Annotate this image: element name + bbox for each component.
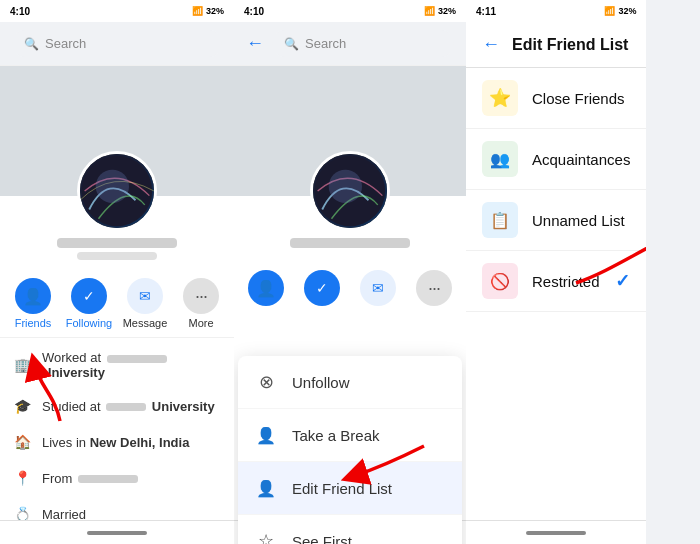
avatar-1: [77, 151, 157, 231]
svg-point-4: [329, 170, 362, 203]
worked-at-row: 🏢 Worked at University: [0, 342, 234, 388]
action-row-2: 👤 ✓ ✉ ···: [234, 260, 466, 314]
back-arrow-2[interactable]: ←: [246, 33, 264, 54]
name-block-1: [57, 238, 177, 248]
battery-icon-2: 32%: [438, 6, 456, 16]
worked-at-text: Worked at University: [42, 350, 222, 380]
lives-in-row: 🏠 Lives in New Delhi, India: [0, 424, 234, 460]
search-input-wrap-2[interactable]: 🔍 Search: [272, 30, 454, 57]
unfollow-icon: ⊗: [254, 370, 278, 394]
following-icon-2: ✓: [304, 270, 340, 306]
unnamed-list-item[interactable]: 📋 Unnamed List: [466, 190, 646, 251]
panel-3-content: ⭐ Close Friends 👥 Acquaintances 📋 Unname…: [466, 68, 646, 544]
more-icon-2: ···: [416, 270, 452, 306]
unfollow-label: Unfollow: [292, 374, 350, 391]
status-left-3: 4:11: [476, 6, 496, 17]
edit-friend-list-item[interactable]: 👤 Edit Friend List: [238, 462, 462, 515]
panel-2: 4:10 📶 32% ← 🔍 Search: [234, 0, 466, 544]
cover-photo-2: [234, 66, 466, 196]
friends-button-2[interactable]: 👤: [242, 270, 290, 306]
more-button[interactable]: ··· More: [177, 278, 225, 329]
home-icon: 🏠: [12, 432, 32, 452]
study-icon: 🎓: [12, 396, 32, 416]
action-row-1: 👤 Friends ✓ Following ✉ Message ··· More: [0, 268, 234, 337]
lives-in-text: Lives in New Delhi, India: [42, 435, 189, 450]
following-button-2[interactable]: ✓: [298, 270, 346, 306]
restricted-check: ✓: [615, 270, 630, 292]
signal-icon-2: 📶: [424, 6, 435, 16]
search-icon-2: 🔍: [284, 37, 299, 51]
close-friends-label: Close Friends: [532, 90, 630, 107]
name-block-2: [290, 238, 410, 248]
message-button[interactable]: ✉ Message: [121, 278, 169, 329]
message-button-2[interactable]: ✉: [354, 270, 402, 306]
search-bar-2[interactable]: ← 🔍 Search: [234, 22, 466, 66]
search-input-wrap-1[interactable]: 🔍 Search: [12, 30, 222, 57]
unfollow-item[interactable]: ⊗ Unfollow: [238, 356, 462, 409]
search-icon-1: 🔍: [24, 37, 39, 51]
status-right-2: 📶 32%: [424, 6, 456, 16]
subname-block-1: [77, 252, 157, 260]
back-arrow-3[interactable]: ←: [482, 34, 500, 55]
bottom-bar-3: [466, 520, 646, 544]
friends-button[interactable]: 👤 Friends: [9, 278, 57, 329]
take-break-icon: 👤: [254, 423, 278, 447]
time-1: 4:10: [10, 6, 30, 17]
time-2: 4:10: [244, 6, 264, 17]
more-label: More: [188, 317, 213, 329]
avatar-inner-1: [80, 154, 154, 228]
status-bar-2: 4:10 📶 32%: [234, 0, 466, 22]
take-break-item[interactable]: 👤 Take a Break: [238, 409, 462, 462]
status-right-1: 📶 32%: [192, 6, 224, 16]
restricted-icon: 🚫: [482, 263, 518, 299]
panel-1: 4:10 📶 32% 🔍 Search: [0, 0, 234, 544]
search-placeholder-1: Search: [45, 36, 86, 51]
see-first-icon: ☆: [254, 529, 278, 544]
profile-details-1: 🏢 Worked at University 🎓 Studied at Univ…: [0, 337, 234, 532]
search-bar-1[interactable]: 🔍 Search: [0, 22, 234, 66]
see-first-item[interactable]: ☆ See First: [238, 515, 462, 544]
more-button-2[interactable]: ···: [410, 270, 458, 306]
take-break-label: Take a Break: [292, 427, 380, 444]
studied-at-row: 🎓 Studied at University: [0, 388, 234, 424]
acquaintances-label: Acquaintances: [532, 151, 630, 168]
acquaintances-item[interactable]: 👥 Acquaintances: [466, 129, 646, 190]
acquaintances-icon: 👥: [482, 141, 518, 177]
profile-info-1: [0, 238, 234, 268]
edit-friend-list-icon: 👤: [254, 476, 278, 500]
message-label: Message: [123, 317, 168, 329]
following-label: Following: [66, 317, 112, 329]
messenger-icon-2: ✉: [360, 270, 396, 306]
panel-2-content: 👤 ✓ ✉ ··· ⊗ Unfollow 👤 Take a Break: [234, 66, 466, 544]
avatar-art-2: [313, 154, 387, 228]
status-bar-3: 4:11 📶 32%: [466, 0, 646, 22]
following-icon: ✓: [71, 278, 107, 314]
friends-icon-2: 👤: [248, 270, 284, 306]
avatar-decoration: [80, 154, 154, 228]
more-icon: ···: [183, 278, 219, 314]
see-first-label: See First: [292, 533, 352, 545]
signal-icon-3: 📶: [604, 6, 615, 16]
close-friends-item[interactable]: ⭐ Close Friends: [466, 68, 646, 129]
signal-icon-1: 📶: [192, 6, 203, 16]
work-icon: 🏢: [12, 355, 32, 375]
edit-friend-list-label: Edit Friend List: [292, 480, 392, 497]
location-icon: 📍: [12, 468, 32, 488]
close-friends-icon: ⭐: [482, 80, 518, 116]
unnamed-list-label: Unnamed List: [532, 212, 630, 229]
profile-info-2: [234, 238, 466, 260]
battery-icon-3: 32%: [618, 6, 636, 16]
status-bar-1: 4:10 📶 32%: [0, 0, 234, 22]
restricted-item[interactable]: 🚫 Restricted ✓: [466, 251, 646, 312]
bottom-indicator-3: [526, 531, 586, 535]
messenger-icon: ✉: [127, 278, 163, 314]
studied-at-text: Studied at University: [42, 399, 215, 414]
bottom-bar-1: [0, 520, 234, 544]
from-text: From: [42, 471, 140, 486]
edit-list-header: ← Edit Friend List: [466, 22, 646, 68]
svg-point-1: [96, 170, 129, 203]
panel-1-content: 👤 Friends ✓ Following ✉ Message ··· More: [0, 66, 234, 544]
following-button[interactable]: ✓ Following: [65, 278, 113, 329]
panel-3: 4:11 📶 32% ← Edit Friend List ⭐ Close Fr…: [466, 0, 646, 544]
search-placeholder-2: Search: [305, 36, 346, 51]
